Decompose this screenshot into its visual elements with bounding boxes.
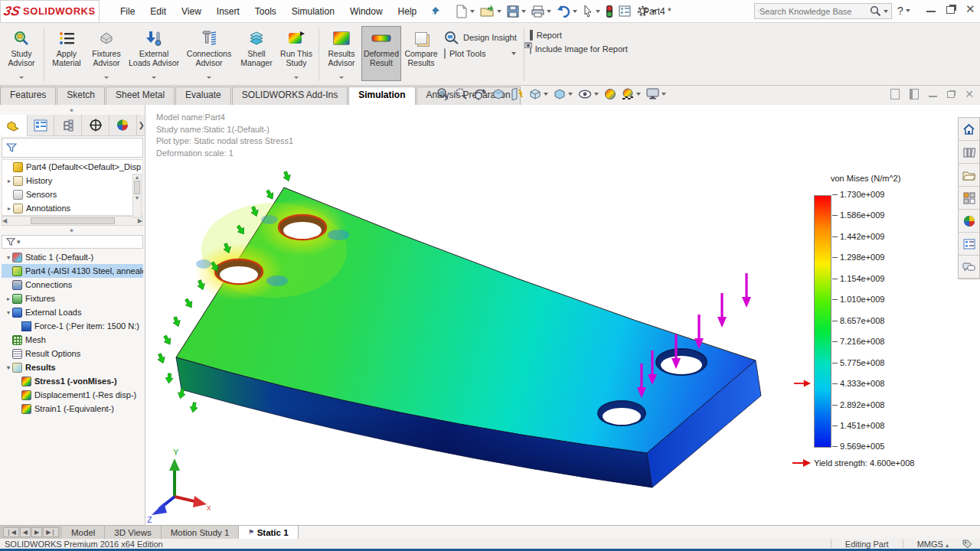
display-style-icon[interactable]: [554, 88, 573, 100]
menu-simulation[interactable]: Simulation: [285, 3, 341, 20]
undo-button[interactable]: [555, 4, 579, 19]
fm-tree-vertical-scrollbar[interactable]: ▲▼: [132, 174, 142, 218]
appearances-scenes-icon[interactable]: [959, 210, 979, 233]
include-image-for-report-button[interactable]: Include Image for Report: [530, 44, 628, 54]
doc-restore-button[interactable]: [947, 91, 955, 98]
study-advisor-button[interactable]: Study Advisor: [2, 26, 41, 81]
custom-properties-icon[interactable]: [959, 233, 979, 256]
tab-property-manager[interactable]: [28, 115, 55, 136]
view-palette-icon[interactable]: [959, 187, 979, 210]
shell-manager-button[interactable]: Shell Manager: [237, 26, 276, 81]
tree-item-sensors[interactable]: Sensors: [2, 187, 142, 201]
save-button[interactable]: [505, 4, 528, 19]
pin-menu-icon[interactable]: [430, 6, 440, 17]
results-advisor-button[interactable]: Results Advisor: [322, 26, 361, 81]
fixtures-advisor-button[interactable]: Fixtures Advisor: [87, 26, 126, 81]
previous-view-icon[interactable]: [473, 88, 487, 100]
fm-tree-horizontal-scrollbar[interactable]: ◀▶: [2, 216, 143, 226]
external-loads-advisor-button[interactable]: External Loads Advisor: [126, 26, 181, 81]
doc-minimize-button[interactable]: [929, 91, 937, 97]
sim-item-strain1[interactable]: Strain1 (-Equivalent-): [2, 402, 143, 416]
last-tab-button[interactable]: ▶❘: [43, 527, 59, 537]
sim-filter-field[interactable]: ▾: [2, 235, 143, 249]
tab-model[interactable]: Model: [62, 526, 105, 539]
view-orientation-icon[interactable]: [529, 88, 548, 100]
menu-view[interactable]: View: [175, 3, 208, 20]
prev-tab-button[interactable]: ◀: [20, 527, 31, 537]
graphics-viewport[interactable]: Model name:Part4 Study name:Static 1(-De…: [145, 105, 980, 525]
pane-right-icon[interactable]: [910, 89, 919, 99]
tab-simulation[interactable]: Simulation: [348, 86, 415, 105]
design-library-icon[interactable]: [959, 141, 979, 164]
menu-help[interactable]: Help: [391, 3, 424, 20]
print-button[interactable]: [530, 4, 553, 19]
doc-close-button[interactable]: ✕: [965, 90, 974, 99]
forum-icon[interactable]: [959, 256, 979, 279]
design-insight-button[interactable]: Design Insight: [444, 31, 517, 44]
open-document-button[interactable]: [479, 4, 503, 19]
menu-tools[interactable]: Tools: [248, 3, 283, 20]
sim-item-results[interactable]: ▾ Results: [2, 360, 143, 374]
tab-display-manager[interactable]: [109, 115, 137, 136]
sim-item-external-loads[interactable]: ▾ External Loads: [2, 305, 143, 319]
deformed-result-button[interactable]: Deformed Result: [361, 26, 401, 81]
search-input[interactable]: [760, 7, 868, 16]
connections-advisor-button[interactable]: Connections Advisor: [181, 26, 237, 81]
units-selector[interactable]: MMGS ▴: [917, 540, 949, 549]
section-view-icon[interactable]: [492, 88, 505, 100]
sim-item-stress1[interactable]: Stress1 (-vonMises-): [2, 374, 143, 388]
edit-appearance-icon[interactable]: [604, 88, 616, 100]
tree-root-part4[interactable]: Part4 (Default<<Default>_Disp: [2, 160, 142, 174]
help-button[interactable]: ?: [897, 5, 910, 17]
tab-static-1[interactable]: ⚑Static 1: [239, 526, 298, 539]
sim-item-static1[interactable]: ▾ Static 1 (-Default-): [2, 250, 143, 264]
tab-evaluate[interactable]: Evaluate: [175, 86, 231, 105]
tab-featuremanager-part[interactable]: [0, 115, 28, 136]
view-settings-icon[interactable]: [646, 88, 666, 99]
panel-splitter-handle[interactable]: ●: [61, 106, 84, 114]
home-icon[interactable]: [959, 118, 979, 141]
tab-solidworks-add-ins[interactable]: SOLIDWORKS Add-Ins: [232, 86, 348, 105]
tag-icon[interactable]: [962, 540, 972, 549]
sim-item-force1[interactable]: Force-1 (:Per item: 1500 N:): [2, 319, 143, 333]
tab-configuration-manager[interactable]: [54, 115, 82, 136]
tree-item-history[interactable]: ▸ History: [2, 174, 142, 187]
zoom-to-area-icon[interactable]: [455, 87, 468, 100]
tab-3d-views[interactable]: 3D Views: [105, 526, 161, 539]
tab-sheet-metal[interactable]: Sheet Metal: [106, 86, 175, 105]
sim-item-mesh[interactable]: Mesh: [2, 333, 143, 347]
dynamic-annotation-icon[interactable]: [510, 88, 524, 100]
select-tool-button[interactable]: [581, 3, 602, 19]
tab-dimxpert-manager[interactable]: [82, 115, 109, 136]
report-button[interactable]: Report: [530, 31, 628, 40]
compare-results-button[interactable]: Compare Results: [401, 26, 441, 81]
hide-show-items-icon[interactable]: [578, 89, 599, 99]
properties-button[interactable]: [617, 4, 632, 18]
close-button[interactable]: ✕: [965, 5, 975, 13]
menu-edit[interactable]: Edit: [143, 3, 173, 20]
apply-material-button[interactable]: Apply Material: [47, 26, 87, 81]
sim-item-result-options[interactable]: Result Options: [2, 347, 143, 360]
zoom-to-fit-icon[interactable]: [436, 87, 449, 100]
menu-window[interactable]: Window: [343, 3, 390, 20]
tree-splitter-handle[interactable]: ●: [61, 227, 84, 234]
apply-scene-icon[interactable]: [622, 88, 641, 100]
next-tab-button[interactable]: ▶: [31, 527, 42, 537]
run-this-study-button[interactable]: Run This Study: [276, 26, 316, 81]
search-submit-button[interactable]: [870, 5, 888, 17]
tab-features[interactable]: Features: [0, 86, 56, 105]
restore-button[interactable]: [946, 6, 955, 14]
minimize-button[interactable]: [926, 5, 936, 12]
sim-item-displacement1[interactable]: Displacement1 (-Res disp-): [2, 388, 143, 402]
sim-item-connections[interactable]: Connections: [2, 278, 143, 292]
panel-tabs-overflow-chevron[interactable]: ❯: [139, 121, 145, 129]
first-tab-button[interactable]: ❘◀: [3, 527, 19, 537]
tab-motion-study-1[interactable]: Motion Study 1: [162, 526, 240, 539]
interference-check-icon[interactable]: [604, 3, 615, 20]
menu-insert[interactable]: Insert: [210, 3, 247, 20]
menu-file[interactable]: File: [113, 3, 142, 20]
tree-item-annotations[interactable]: ▸ Annotations: [2, 201, 142, 215]
sim-item-fixtures[interactable]: ▸ Fixtures: [2, 292, 143, 305]
file-explorer-icon[interactable]: [959, 164, 979, 187]
fm-filter-field[interactable]: [2, 138, 143, 158]
